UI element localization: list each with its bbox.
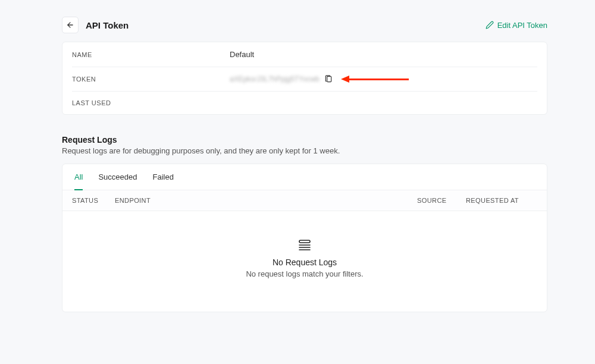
tab-succeeded[interactable]: Succeeded <box>98 164 137 190</box>
request-logs-title: Request Logs <box>62 135 547 145</box>
page-title: API Token <box>86 20 129 30</box>
page-header: API Token Edit API Token <box>62 17 547 33</box>
edit-api-token-link[interactable]: Edit API Token <box>486 21 547 30</box>
clipboard-icon <box>324 75 333 83</box>
detail-label-name: NAME <box>72 51 230 58</box>
col-endpoint: ENDPOINT <box>115 197 417 204</box>
svg-rect-1 <box>327 76 331 81</box>
detail-value-name: Default <box>230 50 254 59</box>
col-requested-at: REQUESTED AT <box>466 197 537 204</box>
logs-tabs: All Succeeded Failed <box>62 164 547 190</box>
logs-empty-title: No Request Logs <box>62 258 547 267</box>
detail-row-last-used: LAST USED <box>72 92 537 114</box>
detail-value-token: aXEpksrJ3L7hPpjg5TYvcwb <box>230 75 409 83</box>
logs-icon <box>299 240 311 250</box>
edit-link-label: Edit API Token <box>497 21 547 30</box>
request-logs-desc: Request logs are for debugging purposes … <box>62 146 547 155</box>
arrow-left-icon <box>66 21 74 29</box>
request-logs-card: All Succeeded Failed STATUS ENDPOINT SOU… <box>62 164 547 312</box>
copy-token-button[interactable] <box>324 75 333 83</box>
detail-label-last-used: LAST USED <box>72 99 230 106</box>
logs-empty-icon <box>299 240 311 250</box>
col-source: SOURCE <box>417 197 466 204</box>
logs-empty-desc: No request logs match your filters. <box>62 269 547 278</box>
logs-empty-state: No Request Logs No request logs match yo… <box>62 211 547 312</box>
detail-row-token: TOKEN aXEpksrJ3L7hPpjg5TYvcwb <box>72 67 537 92</box>
detail-label-token: TOKEN <box>72 76 230 83</box>
detail-row-name: NAME Default <box>72 42 537 67</box>
tab-failed[interactable]: Failed <box>153 164 174 190</box>
arrow-line <box>349 79 409 80</box>
back-button[interactable] <box>62 17 79 33</box>
logs-table-header: STATUS ENDPOINT SOURCE REQUESTED AT <box>62 190 547 211</box>
token-blurred-text: aXEpksrJ3L7hPpjg5TYvcwb <box>230 75 320 83</box>
token-details-card: NAME Default TOKEN aXEpksrJ3L7hPpjg5TYvc… <box>62 42 547 115</box>
annotation-arrow <box>341 76 409 83</box>
header-left: API Token <box>62 17 129 33</box>
col-status: STATUS <box>72 197 115 204</box>
arrow-head-icon <box>341 76 349 83</box>
pencil-icon <box>486 21 494 29</box>
svg-rect-2 <box>299 240 310 243</box>
tab-all[interactable]: All <box>74 164 83 190</box>
